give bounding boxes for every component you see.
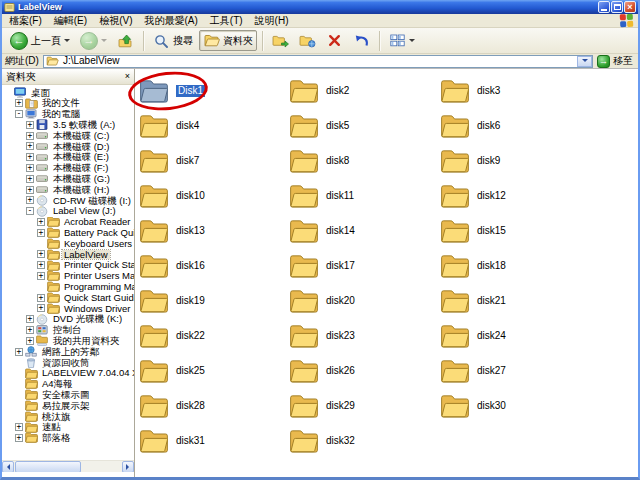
tree-item-label[interactable]: 本機磁碟 (H:)	[51, 185, 111, 195]
expand-icon[interactable]: +	[26, 337, 34, 345]
tree-item-label[interactable]: Keyboard Users Manual	[62, 239, 134, 249]
tree-item[interactable]: +本機磁碟 (H:)	[2, 184, 134, 195]
tree-item-label[interactable]: 桌面	[29, 88, 52, 98]
tree-item[interactable]: +控制台	[2, 325, 134, 336]
expand-icon[interactable]: +	[26, 153, 34, 161]
tree-item-label[interactable]: Windows Driver	[62, 304, 133, 314]
folders-button[interactable]: 資料夾	[199, 30, 257, 51]
folder-item[interactable]: disk18	[438, 248, 638, 283]
address-input[interactable]: J:\LabelView	[43, 55, 593, 68]
tree-item[interactable]: +本機磁碟 (G:)	[2, 173, 134, 184]
expand-icon[interactable]: +	[15, 348, 23, 356]
tree-item-label[interactable]: Quick Start Guide	[62, 293, 134, 303]
tree-item[interactable]: +DVD 光碟機 (K:)	[2, 314, 134, 325]
menu-item[interactable]: 檔案(F)	[3, 14, 48, 27]
expand-icon[interactable]: +	[37, 229, 45, 237]
expand-icon[interactable]: +	[26, 315, 34, 323]
folder-item[interactable]: disk4	[137, 108, 287, 143]
tree-item-label[interactable]: 資源回收筒	[40, 358, 92, 368]
expand-icon[interactable]: +	[26, 132, 34, 140]
expand-icon[interactable]: +	[37, 250, 45, 258]
menu-item[interactable]: 說明(H)	[249, 14, 295, 27]
folder-item[interactable]: disk9	[438, 143, 638, 178]
tree-item-label[interactable]: 我的文件	[40, 98, 82, 108]
minimize-button[interactable]	[598, 1, 610, 13]
tree-item-label[interactable]: 網路上的芳鄰	[40, 347, 101, 357]
folder-item[interactable]: disk5	[287, 108, 438, 143]
restore-button[interactable]	[611, 1, 623, 13]
folder-item[interactable]: disk14	[287, 213, 438, 248]
folder-item[interactable]: disk26	[287, 353, 438, 388]
tree-item-label[interactable]: 速點	[40, 422, 63, 432]
tree-item[interactable]: +本機磁碟 (D:)	[2, 141, 134, 152]
tree-item-label[interactable]: Printer Quick Start Guide	[62, 260, 134, 270]
folder-item[interactable]: disk7	[137, 143, 287, 178]
scroll-left-button[interactable]	[2, 461, 14, 473]
search-button[interactable]: 搜尋	[149, 30, 197, 51]
folder-item[interactable]: disk3	[438, 73, 638, 108]
forward-button[interactable]: →	[76, 29, 111, 53]
folder-item[interactable]: disk23	[287, 318, 438, 353]
folder-item[interactable]: disk21	[438, 283, 638, 318]
tree-item-label[interactable]: LabelView	[62, 250, 110, 260]
folder-item[interactable]: disk29	[287, 388, 438, 423]
tree-item[interactable]: -Label View (J:)	[2, 206, 134, 217]
folder-item[interactable]: disk11	[287, 178, 438, 213]
folder-item[interactable]: disk30	[438, 388, 638, 423]
move-to-button[interactable]	[268, 30, 293, 51]
expand-icon[interactable]: +	[37, 294, 45, 302]
collapse-icon[interactable]: -	[15, 110, 23, 118]
folder-item[interactable]: disk22	[137, 318, 287, 353]
tree-item-label[interactable]: 3.5 軟碟機 (A:)	[51, 120, 117, 130]
tree-item-label[interactable]: Printer Users Manual	[62, 271, 134, 281]
tree-item[interactable]: LABELVIEW 7.04.04 XLT+	[2, 368, 134, 379]
tree-item[interactable]: +我的共用資料夾	[2, 335, 134, 346]
collapse-icon[interactable]: -	[26, 207, 34, 215]
expand-icon[interactable]: +	[15, 423, 23, 431]
tree-item-label[interactable]: 本機磁碟 (G:)	[51, 174, 112, 184]
folder-item[interactable]: disk17	[287, 248, 438, 283]
folders-pane-close-button[interactable]: ×	[125, 72, 130, 81]
expand-icon[interactable]: +	[37, 261, 45, 269]
address-dropdown-button[interactable]	[577, 56, 592, 67]
close-button[interactable]: ×	[624, 1, 636, 13]
expand-icon[interactable]: +	[37, 304, 45, 312]
tree-item[interactable]: Keyboard Users Manual	[2, 238, 134, 249]
expand-icon[interactable]: +	[26, 196, 34, 204]
go-button[interactable]: → 移至	[597, 54, 635, 68]
tree-item[interactable]: A4海報	[2, 379, 134, 390]
tree-item[interactable]: +網路上的芳鄰	[2, 346, 134, 357]
tree-item[interactable]: +Battery Pack Quick Start G	[2, 227, 134, 238]
tree-item-label[interactable]: 本機磁碟 (C:)	[51, 131, 111, 141]
expand-icon[interactable]: +	[37, 272, 45, 280]
horizontal-scrollbar[interactable]	[2, 460, 134, 472]
tree-item[interactable]: 易拉展示架	[2, 400, 134, 411]
tree-item[interactable]: +Acrobat Reader	[2, 217, 134, 228]
scrollbar-thumb[interactable]	[15, 461, 81, 473]
folder-item[interactable]: disk32	[287, 423, 438, 458]
tree-item[interactable]: +本機磁碟 (C:)	[2, 130, 134, 141]
folder-item[interactable]: disk31	[137, 423, 287, 458]
tree-item[interactable]: +Printer Quick Start Guide	[2, 260, 134, 271]
undo-button[interactable]	[349, 30, 374, 51]
expand-icon[interactable]: +	[26, 186, 34, 194]
folder-item[interactable]: disk24	[438, 318, 638, 353]
folder-item[interactable]: disk10	[137, 178, 287, 213]
tree-item-label[interactable]: Battery Pack Quick Start G	[62, 228, 134, 238]
folder-item[interactable]: disk12	[438, 178, 638, 213]
expand-icon[interactable]: +	[26, 121, 34, 129]
folder-item[interactable]: disk16	[137, 248, 287, 283]
folder-item[interactable]: disk28	[137, 388, 287, 423]
tree-item-label[interactable]: 我的電腦	[40, 109, 82, 119]
expand-icon[interactable]: +	[26, 164, 34, 172]
tree-item[interactable]: -我的電腦	[2, 109, 134, 120]
tree-item[interactable]: +本機磁碟 (F:)	[2, 163, 134, 174]
folder-item[interactable]: disk25	[137, 353, 287, 388]
tree-item[interactable]: +CD-RW 磁碟機 (I:)	[2, 195, 134, 206]
tree-item[interactable]: 桃汰旗	[2, 411, 134, 422]
tree-item[interactable]: +本機磁碟 (E:)	[2, 152, 134, 163]
expand-icon[interactable]: +	[15, 434, 23, 442]
tree-item-label[interactable]: 本機磁碟 (F:)	[51, 163, 110, 173]
tree-item[interactable]: +速點	[2, 422, 134, 433]
folder-item[interactable]: disk27	[438, 353, 638, 388]
